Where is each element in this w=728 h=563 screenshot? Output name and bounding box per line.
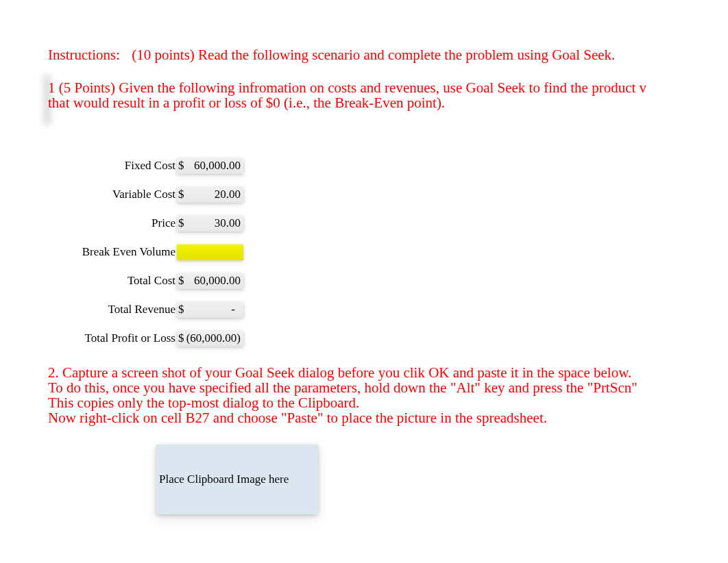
- currency-symbol: $: [177, 159, 186, 173]
- row-total-cost: Total Cost $ 60,000.00: [67, 266, 728, 295]
- currency-symbol: $: [177, 331, 186, 345]
- instructions-text: (10 points) Read the following scenario …: [132, 47, 615, 63]
- value-text: 20.00: [186, 188, 243, 201]
- cell-label: Total Profit or Loss: [67, 331, 177, 345]
- currency-symbol: $: [177, 274, 186, 288]
- value-text: 60,000.00: [186, 159, 243, 173]
- placeholder-text: Place Clipboard Image here: [159, 473, 289, 486]
- cell-value[interactable]: $ (60,000.00): [177, 331, 243, 347]
- currency-symbol: $: [177, 216, 186, 230]
- image-placeholder[interactable]: Place Clipboard Image here: [156, 445, 318, 514]
- cell-label: Price: [67, 216, 177, 230]
- cell-value[interactable]: $ 20.00: [177, 187, 243, 203]
- question-1: 1 (5 Points) Given the following infroma…: [48, 80, 728, 110]
- cell-value-highlight[interactable]: [177, 245, 243, 260]
- currency-symbol: $: [177, 188, 186, 201]
- cell-value[interactable]: $ 60,000.00: [177, 273, 243, 289]
- cell-value[interactable]: $ -: [177, 302, 243, 318]
- value-text: 60,000.00: [186, 274, 243, 288]
- cell-value[interactable]: $ 30.00: [177, 216, 243, 232]
- row-variable-cost: Variable Cost $ 20.00: [67, 180, 728, 209]
- value-text: -: [186, 303, 243, 316]
- cell-label: Total Revenue: [67, 303, 177, 316]
- q1-line1: 1 (5 Points) Given the following infroma…: [48, 80, 728, 95]
- currency-symbol: $: [177, 303, 186, 316]
- row-break-even: Break Even Volume: [67, 238, 728, 266]
- row-total-profit: Total Profit or Loss $ (60,000.00): [67, 324, 728, 353]
- row-total-revenue: Total Revenue $ -: [67, 295, 728, 324]
- cell-label: Break Even Volume: [67, 245, 177, 259]
- value-text: (60,000.00): [186, 331, 243, 345]
- q2-line1: 2. Capture a screen shot of your Goal Se…: [48, 365, 728, 380]
- cell-label: Fixed Cost: [67, 159, 177, 173]
- row-price: Price $ 30.00: [67, 209, 728, 238]
- row-fixed-cost: Fixed Cost $ 60,000.00: [67, 151, 728, 180]
- cell-label: Total Cost: [67, 274, 177, 288]
- instructions-label: Instructions:: [48, 47, 120, 63]
- question-2: 2. Capture a screen shot of your Goal Se…: [48, 365, 728, 425]
- instructions-line: Instructions: (10 points) Read the follo…: [48, 47, 728, 64]
- cell-value[interactable]: $ 60,000.00: [177, 158, 243, 174]
- q2-line3: This copies only the top-most dialog to …: [48, 395, 728, 410]
- q2-line2: To do this, once you have specified all …: [48, 380, 728, 395]
- page-content: Instructions: (10 points) Read the follo…: [0, 0, 728, 514]
- value-text: 30.00: [186, 216, 243, 230]
- cell-label: Variable Cost: [67, 188, 177, 201]
- data-table: Fixed Cost $ 60,000.00 Variable Cost $ 2…: [67, 151, 728, 353]
- q2-line4: Now right-click on cell B27 and choose "…: [48, 410, 728, 425]
- q1-line2: that would result in a profit or loss of…: [48, 95, 728, 110]
- decorative-shadow: [41, 75, 51, 125]
